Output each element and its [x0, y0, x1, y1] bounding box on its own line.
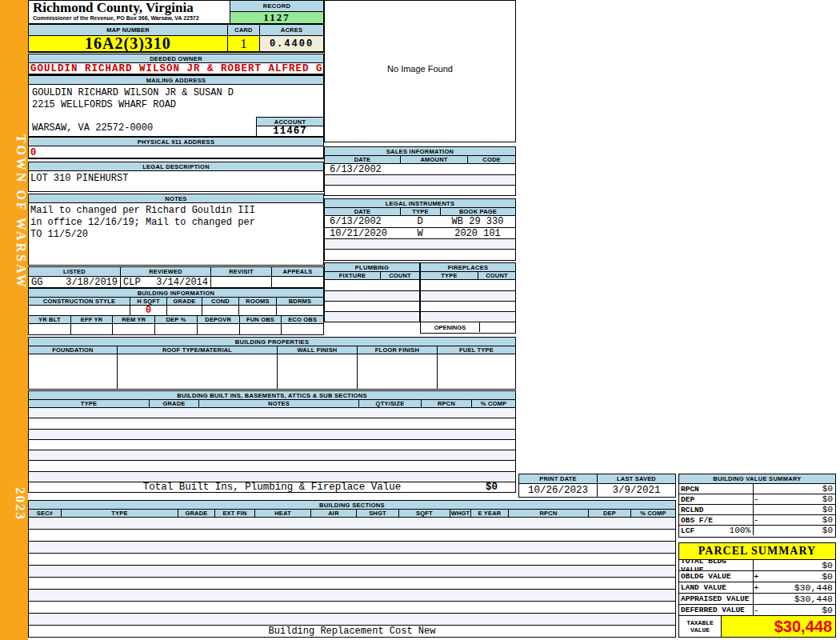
- parcel-row-obldg: OBLDG VALUE + $0: [679, 570, 835, 582]
- instrument-row[interactable]: 10/21/2020 W 2020 101: [325, 227, 515, 238]
- col-sqft: SQFT: [398, 510, 450, 517]
- col-roof-type: ROOF TYPE/MATERIAL: [117, 346, 277, 354]
- col-sec-dep: DEP: [588, 510, 630, 517]
- col-floor-finish: FLOOR FINISH: [357, 346, 437, 354]
- col-instrument-type: TYPE: [400, 208, 440, 215]
- col-fun-obs: FUN OBS: [239, 316, 282, 323]
- col-wall-finish: WALL FINISH: [277, 346, 357, 354]
- notes-field[interactable]: Mail to changed per Richard Gouldin III …: [29, 202, 323, 265]
- bvs-row-lcf: LCF 100% $0: [679, 525, 835, 535]
- print-date-label: PRINT DATE: [519, 474, 597, 483]
- building-sections-rows: [29, 517, 675, 625]
- col-sec-pct-comp: % COMP: [630, 510, 675, 517]
- parcel-label: TOTAL BLDG VALUE: [679, 560, 753, 570]
- col-grade: GRADE: [149, 400, 198, 407]
- legal-description-panel: LEGAL DESCRIPTION LOT 310 PINEHURST: [28, 162, 324, 192]
- col-dep-pct: DEP %: [154, 316, 197, 323]
- empty-row: [29, 589, 675, 601]
- account-number[interactable]: 11467: [257, 126, 323, 136]
- parcel-op: +: [754, 583, 764, 593]
- town-label: TOWN OF WARSAW: [0, 112, 28, 312]
- col-shgt: SHGT: [356, 510, 398, 517]
- appeals-value[interactable]: [271, 277, 323, 287]
- building-sections-panel: BUILDING SECTIONS SEC# TYPE GRADE EXT FI…: [28, 500, 676, 638]
- col-fireplace-count: COUNT: [478, 272, 515, 279]
- bvs-label: RCLND: [679, 505, 753, 514]
- reviewed-value[interactable]: CLP 3/14/2014: [120, 277, 210, 287]
- empty-row: [421, 311, 515, 322]
- empty-row: [325, 311, 419, 322]
- parcel-label: OBLDG VALUE: [679, 571, 753, 582]
- col-qty-size: QTY/SIZE: [358, 400, 421, 407]
- physical-address-value[interactable]: 0: [29, 146, 323, 158]
- mailing-line-2: 2215 WELLFORDS WHARF ROAD: [30, 98, 178, 111]
- empty-row: [29, 541, 675, 553]
- bdrms-value[interactable]: [276, 306, 323, 315]
- fuel-type-value[interactable]: [437, 354, 515, 389]
- col-e-year: E YEAR: [470, 510, 508, 517]
- empty-row: [325, 280, 419, 290]
- built-ins-panel: BUILDING BUILT INS, BASEMENTS, ATTICS & …: [28, 390, 516, 493]
- listed-value[interactable]: GG 3/18/2019: [29, 277, 120, 287]
- cond-value[interactable]: [202, 306, 238, 315]
- col-rooms: ROOMS: [238, 298, 276, 305]
- reviewed-date: 3/14/2014: [156, 277, 208, 287]
- deeded-owner-value[interactable]: GOULDIN RICHARD WILSON JR & ROBERT ALFRE…: [29, 62, 323, 74]
- legal-description-value[interactable]: LOT 310 PINEHURST: [29, 170, 323, 191]
- empty-row: [29, 429, 515, 439]
- bvs-value: $0: [764, 515, 835, 525]
- acres-value[interactable]: 0.4400: [259, 36, 323, 51]
- sales-information-panel: SALES INFORMATION DATE AMOUNT CODE 6/13/…: [324, 146, 516, 196]
- floor-finish-value[interactable]: [357, 354, 437, 389]
- construction-style-value[interactable]: [29, 306, 130, 315]
- legal-instruments-title: LEGAL INSTRUMENTS: [325, 199, 515, 207]
- col-sale-amount: AMOUNT: [400, 156, 467, 163]
- listed-date: 3/18/2019: [66, 277, 118, 287]
- col-fireplace-type: TYPE: [421, 272, 478, 279]
- parcel-label: DEFERRED VALUE: [679, 605, 753, 615]
- county-title: Richmond County, Virginia: [33, 1, 199, 15]
- notes-panel: NOTES Mail to changed per Richard Gouldi…: [28, 194, 324, 266]
- bvs-label: LCF: [681, 526, 694, 535]
- print-info-panel: PRINT DATE LAST SAVED 10/26/2023 3/9/202…: [518, 474, 676, 498]
- col-fixture-count: COUNT: [380, 272, 419, 279]
- col-sec-grade: GRADE: [178, 510, 214, 517]
- col-type: TYPE: [29, 400, 149, 407]
- instrument-book-page: 2020 101: [440, 228, 515, 238]
- instrument-type: W: [400, 228, 440, 238]
- rooms-value[interactable]: [238, 306, 276, 315]
- mailing-address-panel: MAILING ADDRESS GOULDIN RICHARD WILSON J…: [28, 75, 324, 137]
- legal-instruments-rows: 6/13/2002 D WB 29 330 10/21/2020 W 2020 …: [325, 215, 515, 260]
- instrument-row[interactable]: 6/13/2002 D WB 29 330: [325, 216, 515, 227]
- hsqft-value[interactable]: 0: [130, 306, 166, 315]
- openings-value[interactable]: [479, 322, 515, 332]
- mailing-address-field[interactable]: GOULDIN RICHARD WILSON JR & SUSAN D 2215…: [29, 84, 323, 135]
- parcel-op: +: [754, 572, 764, 582]
- empty-row: [421, 301, 515, 311]
- empty-row: [325, 249, 515, 260]
- col-eff-yr: EFF YR: [70, 316, 113, 323]
- col-heat: HEAT: [254, 510, 310, 517]
- taxable-value-label: TAXABLE VALUE: [679, 616, 721, 637]
- wall-finish-value[interactable]: [277, 354, 357, 389]
- col-instrument-date: DATE: [325, 208, 400, 215]
- sales-row[interactable]: 6/13/2002: [325, 164, 515, 174]
- openings-label: OPENINGS: [421, 322, 479, 332]
- physical-address-panel: PHYSICAL 911 ADDRESS 0: [28, 137, 324, 159]
- property-photo-box: No Image Found: [324, 0, 516, 142]
- roof-type-value[interactable]: [117, 354, 277, 389]
- empty-row: [421, 280, 515, 290]
- parcel-summary-panel: PARCEL SUMMARY TOTAL BLDG VALUE $0 OBLDG…: [678, 542, 836, 638]
- foundation-value[interactable]: [29, 354, 117, 389]
- revisit-value[interactable]: [210, 277, 271, 287]
- col-notes: NOTES: [198, 400, 358, 407]
- built-ins-rows: [29, 407, 515, 482]
- bottom-note: Building Replacement Cost New: [29, 625, 675, 637]
- bvs-row-rclnd: RCLND $0: [679, 504, 835, 514]
- grade-value[interactable]: [166, 306, 202, 315]
- notes-line-2: in office 12/16/19; Mail to changed per: [30, 217, 322, 229]
- map-number-value[interactable]: 16A2(3)310: [29, 36, 227, 51]
- fireplaces-title: FIREPLACES: [421, 263, 515, 271]
- card-value[interactable]: 1: [227, 36, 259, 51]
- bvs-row-rpcn: RPCN $0: [679, 483, 835, 494]
